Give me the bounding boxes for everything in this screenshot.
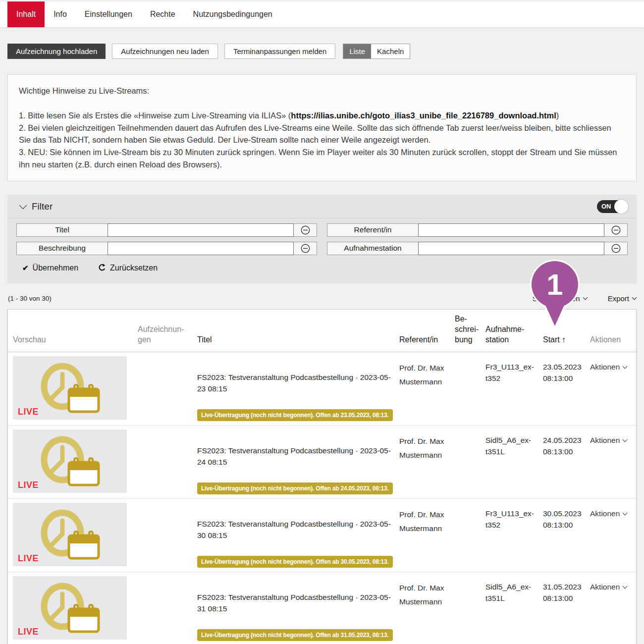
- title-cell: FS2023: Testveranstaltung Podcastbestell…: [197, 356, 399, 421]
- title-cell: FS2023: Testveranstaltung Podcastbestell…: [197, 576, 399, 641]
- chevron-down-icon: [623, 364, 628, 369]
- beschreibung-cell: [455, 429, 485, 434]
- recording-title[interactable]: FS2023: Testveranstaltung Podcastbestell…: [197, 373, 391, 393]
- upload-recording-button[interactable]: Aufzeichnung hochladen: [7, 44, 106, 59]
- view-tiles-button[interactable]: Kacheln: [371, 44, 410, 58]
- sort-ascending-icon[interactable]: ↑: [562, 335, 566, 344]
- station-cell: Sidl5_A6_ex- t351L: [485, 429, 543, 458]
- start-cell: 23.05.2023 08:13:00: [543, 356, 590, 384]
- export-label: Export: [608, 294, 629, 303]
- recordings-cell: [138, 356, 197, 361]
- title-cell: FS2023: Testveranstaltung Podcastbestell…: [197, 503, 399, 568]
- station-cell: Sidl5_A6_ex- t351L: [485, 576, 543, 604]
- minus-circle-icon: [301, 225, 310, 235]
- tab-rechte[interactable]: Rechte: [141, 1, 184, 27]
- filter-label-referent: Referent/in: [327, 224, 418, 236]
- result-count: (1 - 30 von 30): [8, 295, 52, 302]
- preview-thumbnail[interactable]: LIVE: [13, 356, 127, 420]
- filter-field-referent: Referent/in: [327, 223, 628, 237]
- referent-cell: Prof. Dr. Max Mustermann: [399, 429, 455, 463]
- start-cell: 31.05.2023 08:13:00: [543, 576, 590, 604]
- filter-label-aufnahmestation: Aufnahmestation: [327, 242, 418, 255]
- actions-dropdown[interactable]: Aktionen: [590, 503, 636, 518]
- view-switcher: Liste Kacheln: [343, 44, 410, 59]
- actions-dropdown[interactable]: Aktionen: [590, 576, 636, 591]
- beschreibung-cell: [455, 356, 485, 361]
- table-row: LIVE FS2023: Testveranstaltung Podcastbe…: [8, 426, 636, 499]
- toggle-on-label: ON: [601, 203, 611, 210]
- chevron-down-icon: [623, 510, 628, 515]
- export-menu[interactable]: Export: [608, 294, 636, 303]
- start-cell: 24.05.2023 08:13:00: [543, 429, 590, 458]
- reset-label: Zurücksetzen: [110, 264, 158, 272]
- station-cell: Fr3_U113_ex- t352: [485, 356, 543, 384]
- preview-thumbnail[interactable]: LIVE: [13, 576, 127, 640]
- preview-thumbnail[interactable]: LIVE: [13, 429, 127, 493]
- live-clock-calendar-icon: [33, 362, 107, 414]
- titel-input[interactable]: [107, 223, 294, 237]
- start-cell: 30.05.2023 08:13:00: [543, 503, 590, 531]
- column-header-beschreibung[interactable]: Be- schrei- bung: [455, 314, 485, 351]
- beschreibung-input[interactable]: [107, 242, 294, 255]
- chevron-down-icon: [632, 295, 637, 300]
- view-list-button[interactable]: Liste: [343, 44, 371, 58]
- filter-field-aufnahmestation: Aufnahmestation: [327, 242, 628, 255]
- minus-circle-icon: [611, 225, 621, 235]
- report-schedule-changes-button[interactable]: Terminanpassungen melden: [224, 44, 335, 59]
- live-badge: LIVE: [18, 553, 39, 564]
- reset-filter-button[interactable]: Zurücksetzen: [98, 264, 158, 272]
- recording-title[interactable]: FS2023: Testveranstaltung Podcastbestell…: [197, 520, 391, 539]
- tab-inhalt[interactable]: Inhalt: [7, 1, 45, 27]
- filter-title[interactable]: Filter: [32, 201, 53, 212]
- actions-dropdown[interactable]: Aktionen: [590, 356, 636, 372]
- column-header-start[interactable]: Start↑: [543, 334, 590, 351]
- live-clock-calendar-icon: [33, 508, 107, 561]
- apply-filter-button[interactable]: ✔ Übernehmen: [22, 264, 78, 272]
- tab-einstellungen[interactable]: Einstellungen: [76, 1, 141, 27]
- remove-filter-beschreibung-button[interactable]: [294, 242, 317, 255]
- column-header-aktionen: Aktionen: [590, 334, 636, 351]
- actions-dropdown[interactable]: Aktionen: [590, 429, 636, 445]
- beschreibung-cell: [455, 576, 485, 581]
- notice-line1-text: 1. Bitte lesen Sie als Erstes die «Hinwe…: [19, 111, 291, 120]
- recordings-cell: [138, 429, 197, 434]
- annotation-marker-1: 1: [526, 260, 584, 329]
- filter-field-beschreibung: Beschreibung: [16, 242, 317, 255]
- chevron-down-icon[interactable]: [19, 202, 27, 210]
- preview-thumbnail[interactable]: LIVE: [13, 503, 127, 566]
- remove-filter-titel-button[interactable]: [294, 224, 317, 236]
- notice-heading: Wichtige Hinweise zu Live-Streams:: [19, 85, 625, 97]
- tab-info[interactable]: Info: [45, 1, 76, 27]
- referent-input[interactable]: [418, 223, 604, 237]
- table-row: LIVE FS2023: Testveranstaltung Podcastbe…: [8, 352, 636, 426]
- live-badge: LIVE: [18, 627, 39, 637]
- column-header-titel[interactable]: Titel: [197, 334, 399, 351]
- toggle-knob: [614, 200, 628, 214]
- notice-line-3: 3. NEU: Sie können im Live-Stream bis zu…: [19, 146, 625, 171]
- aufnahmestation-input[interactable]: [418, 242, 604, 255]
- reload-recordings-button[interactable]: Aufzeichnungen neu laden: [112, 44, 218, 59]
- notice-line-1: 1. Bitte lesen Sie als Erstes die «Hinwe…: [19, 109, 625, 122]
- column-header-referent[interactable]: Referent/in: [399, 334, 455, 351]
- minus-circle-icon: [611, 244, 621, 253]
- live-badge: LIVE: [18, 480, 39, 490]
- live-clock-calendar-icon: [33, 435, 107, 487]
- annotation-step-number: 1: [546, 268, 563, 301]
- filter-field-titel: Titel: [16, 223, 317, 237]
- chevron-down-icon: [623, 584, 628, 589]
- recording-title[interactable]: FS2023: Testveranstaltung Podcastbestell…: [197, 446, 391, 466]
- tab-nutzungsbedingungen[interactable]: Nutzungsbedingungen: [184, 1, 281, 27]
- live-clock-calendar-icon: [33, 582, 107, 634]
- filter-label-titel: Titel: [17, 224, 107, 236]
- remove-filter-referent-button[interactable]: [604, 224, 627, 236]
- reset-icon: [98, 264, 106, 272]
- recording-title[interactable]: FS2023: Testveranstaltung Podcastbestell…: [197, 593, 391, 613]
- referent-cell: Prof. Dr. Max Mustermann: [399, 356, 455, 389]
- filter-toggle[interactable]: ON: [597, 200, 627, 213]
- download-link[interactable]: https://ilias.unibe.ch/goto_ilias3_unibe…: [291, 111, 556, 120]
- beschreibung-cell: [455, 503, 485, 508]
- minus-circle-icon: [301, 244, 310, 253]
- recordings-table: Vorschau Aufzeichnun- gen Titel Referent…: [7, 309, 637, 644]
- live-status-badge: Live-Übertragung (noch nicht begonnen). …: [197, 556, 393, 568]
- remove-filter-aufnahmestation-button[interactable]: [604, 242, 627, 255]
